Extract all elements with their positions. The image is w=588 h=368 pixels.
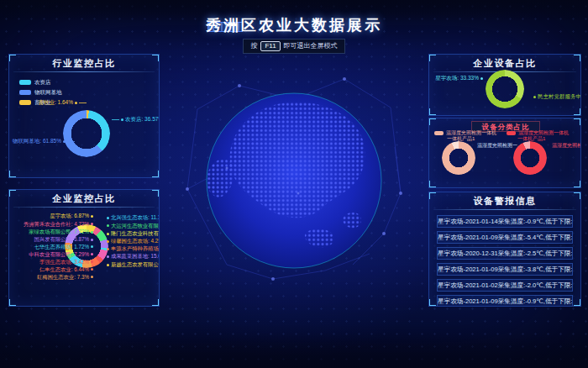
alarm-row: 星宇农场-2021-01-09采集温度:-5.4℃,低于下限:0℃	[437, 231, 573, 244]
enterprise-label-right: 丰源水产特种养殖场: 1.	[107, 245, 160, 252]
class-donut-0[interactable]	[442, 141, 475, 175]
industry-callout: 农资店: 36.57%	[112, 116, 160, 123]
alarm-row: 星宇农场-2020-12-31采集温度:-2.5℃,低于下限:0℃	[437, 247, 573, 260]
alarm-row: 星宇农场-2021-01-14采集温度:-0.9℃,低于下限:0℃	[437, 215, 573, 228]
callout-dot	[533, 96, 536, 98]
device-callout-right: 民主村党群服务中心:	[532, 93, 581, 100]
legend-swatch	[19, 80, 31, 85]
device-callout-left-text: 星宇农场: 33.33%	[435, 75, 479, 81]
panel-industry-monitoring: 行业监控占比 农资店物联网基地畜牧业 畜牧业: 1.64%农资店: 36.57%…	[8, 54, 160, 178]
f11-keycap: F11	[260, 41, 280, 51]
enterprise-label-left: 红梅园生态农业: 7.3%	[11, 274, 93, 281]
legend-item[interactable]: 农资店	[19, 78, 62, 87]
alarm-row: 星宇农场-2021-01-09采集温度:-0.9℃,低于下限:0℃	[437, 295, 573, 307]
panel-device-alarms: 设备警报信息 星宇农场-2021-01-14采集温度:-0.9℃,低于下限:0℃…	[428, 192, 581, 307]
panel-device-classification: 设备分类占比 温湿度光照检测一体机 一体机产品1 温湿度光照检测一… 温湿度光照…	[428, 118, 581, 188]
device-callout-right-text: 民主村党群服务中心:	[538, 93, 581, 99]
enterprise-label-left: 国兴发有限公司: 6.87%	[11, 236, 93, 243]
enterprise-label-right: 隆门生态农业科技有限公	[107, 230, 160, 237]
device-callout-left: 星宇农场: 33.33%	[431, 75, 485, 81]
globe-visualization	[181, 67, 407, 294]
legend-swatch	[434, 131, 444, 135]
enterprise-label-right: 北兴强生态农场: 11.16%	[107, 214, 160, 221]
alarm-panel-title: 设备警报信息	[429, 192, 580, 210]
industry-callout: 畜牧业: 1.64%	[16, 99, 87, 106]
enterprise-label-right: 大运河生态牧业有限责任公	[107, 223, 160, 229]
class-callout2-1: 温湿度光照检测一…	[552, 143, 581, 149]
enterprise-label-left: 中科农业有限公司: 7.29%	[11, 251, 93, 258]
enterprise-label-left: 家绿农场有限公司: 7.72%	[11, 229, 93, 235]
device-donut-chart[interactable]	[486, 70, 524, 108]
alarm-row: 星宇农场-2021-01-09采集温度:-3.8℃,低于下限:0℃	[437, 263, 573, 276]
enterprise-label-right: 成果蔬菜园基地: 15.02%	[107, 253, 160, 260]
enterprise-label-left: 七华生态养殖场: 1.72%	[11, 244, 93, 250]
callout-dot	[480, 77, 483, 80]
hint-prefix: 按	[250, 41, 257, 50]
class-donut-1[interactable]	[513, 141, 547, 175]
enterprise-panel-title: 企业监控占比	[9, 190, 159, 208]
legend-item[interactable]: 物联网基地	[19, 88, 62, 97]
industry-panel-title: 行业监控占比	[9, 55, 159, 72]
dashboard-stage: 秀洲区农业大数据展示 按 F11 即可退出全屏模式 行业监控占比 农资店物联网基…	[0, 0, 588, 368]
legend-swatch	[19, 90, 31, 95]
panel-enterprise-monitoring: 企业监控占比 星宇农场: 6.87%秀洲菁禾农业合作社: 4.72%家绿农场有限…	[8, 189, 160, 307]
legend-label: 物联网基地	[34, 89, 62, 97]
enterprise-label-left: 李强生态农场: 3.42%	[11, 259, 93, 265]
globe-svg	[181, 67, 407, 294]
legend-swatch	[507, 131, 516, 135]
fullscreen-hint: 按 F11 即可退出全屏模式	[0, 36, 588, 54]
enterprise-label-left: 秀洲菁禾农业合作社: 4.72%	[11, 221, 93, 228]
industry-donut-chart[interactable]	[63, 110, 110, 157]
page-title: 秀洲区农业大数据展示	[0, 15, 588, 35]
alarm-row: 星宇农场-2021-01-02采集温度:-2.0℃,低于下限:0℃	[437, 279, 573, 292]
enterprise-label-right: 绿馨园生态农场: 4.29%	[107, 238, 160, 244]
enterprise-label-left: 仁丰生态农业: 6.44%	[11, 266, 93, 273]
enterprise-label-right: 新越生态农发有限公司: 6.87%	[107, 261, 160, 268]
legend-label: 农资店	[34, 79, 51, 87]
panel-device-ratio: 企业设备占比 星宇农场: 33.33% 民主村党群服务中心:	[428, 54, 581, 116]
enterprise-label-left: 星宇农场: 6.87%	[11, 213, 93, 219]
hint-suffix: 即可退出全屏模式	[284, 41, 338, 50]
industry-callout: 物联网基地: 61.85%	[11, 138, 75, 145]
alarm-list[interactable]: 星宇农场-2021-01-14采集温度:-0.9℃,低于下限:0℃星宇农场-20…	[429, 212, 580, 307]
